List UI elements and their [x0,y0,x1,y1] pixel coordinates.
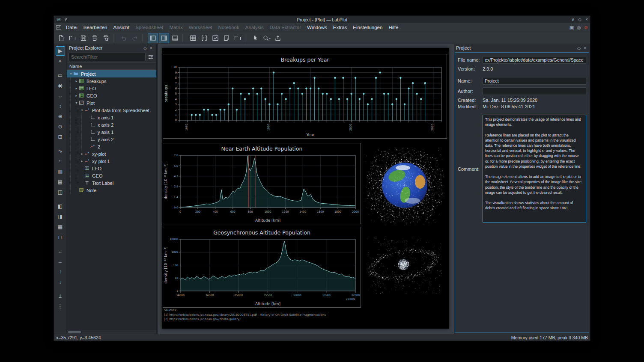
near-earth-plot[interactable]: 02004006008001000120014001600180020000.0… [163,143,361,224]
shift-down-tool[interactable]: ↓ [56,277,65,287]
geosynchronous-plot[interactable]: 3400034500350003550036000365003700011010… [163,227,361,308]
author-input[interactable] [483,87,586,95]
earth-debris-image[interactable] [366,148,444,225]
zoom-y-tool[interactable]: ↕ [56,101,65,111]
float-dock-icon[interactable]: ◇ [142,46,148,50]
tree-item-project[interactable]: ▾Project [67,70,156,77]
expander-icon[interactable]: ▸ [80,152,84,156]
zoom-x-tool[interactable]: ↔ [56,91,65,101]
tree-item-x-axis-2[interactable]: x axis 2 [67,121,156,128]
crosshair-tool[interactable]: ⌖ [56,56,65,66]
menu-ansicht[interactable]: Ansicht [110,24,132,31]
print-preview-button[interactable] [101,33,111,43]
name-input[interactable] [483,77,586,85]
expander-icon[interactable]: ▸ [74,86,79,90]
select-pointer-button[interactable] [250,33,261,43]
tree-item-text-label[interactable]: Text Label [67,179,156,187]
add-boxplot-tool[interactable]: ◫ [56,187,65,197]
float-dock-icon[interactable]: ◇ [576,46,582,50]
menu-windows[interactable]: Windows [304,24,330,31]
new-spreadsheet-button[interactable] [188,33,198,43]
new-worksheet-button[interactable] [210,33,221,43]
zoom-select-tool[interactable]: ◉ [56,81,65,90]
toggle-project-explorer-button[interactable] [148,33,158,43]
expander-icon[interactable]: ▾ [80,108,84,112]
menu-bearbeiten[interactable]: Bearbeiten [80,24,110,31]
shift-left-tool[interactable]: ← [56,246,65,256]
tree-item-geo[interactable]: GEO [67,172,156,179]
geo-debris-image[interactable] [367,237,441,294]
menubar-close-icon[interactable]: ⊗ [584,25,588,30]
close-dock-icon[interactable]: × [148,46,154,50]
vertical-layout-tool[interactable]: ◧ [56,202,65,211]
breakups-plot[interactable]: 0123456789101960198020002020Yearbreakups… [163,54,447,139]
tree-item-xy-plot[interactable]: ▸xy-plot [67,150,156,157]
shift-right-tool[interactable]: → [56,257,65,266]
tree-item-y-axis-1[interactable]: y axis 1 [67,128,156,136]
toggle-properties-dock-button[interactable] [159,33,169,43]
add-curve-tool[interactable]: ∿ [56,146,65,156]
menu-hilfe[interactable]: Hilfe [385,24,401,31]
zoom-mode-button[interactable]: ⌄ [262,33,272,43]
zoom-out-tool[interactable]: ⊖ [56,122,65,131]
select-region-tool[interactable]: ▭ [56,71,65,80]
expander-icon[interactable]: ▸ [80,159,84,163]
tree-item-geo[interactable]: ▸GEO [67,92,156,99]
break-layout-tool[interactable]: ◻ [56,232,65,242]
expander-icon[interactable]: ▸ [74,79,79,83]
auto-scale-tool[interactable]: ± [56,291,65,301]
add-equation-curve-tool[interactable]: ≈ [56,157,65,166]
export-button[interactable] [273,33,283,43]
menubar-record-icon[interactable]: ◎ [577,25,581,30]
print-button[interactable] [89,33,100,43]
toggle-bottom-dock-button[interactable] [170,33,180,43]
close-button[interactable]: × [585,18,588,22]
tree-item-plot[interactable]: ▾Plot [67,99,156,107]
properties-header[interactable]: Project ◇ × [454,44,590,52]
new-note-button[interactable] [221,33,232,43]
shade-button[interactable]: ∨ [571,18,574,22]
expander-icon[interactable]: ▾ [74,101,79,105]
search-input[interactable] [69,53,146,61]
tree-item-y-axis-2[interactable]: y axis 2 [67,136,156,143]
tree-item-leo[interactable]: LEO [67,165,156,172]
menu-extras[interactable]: Extras [330,24,350,31]
new-folder-button[interactable] [233,33,243,43]
expander-icon[interactable]: ▸ [74,94,79,98]
tree-column-header[interactable]: Name [67,62,156,70]
redo-button[interactable] [130,33,140,43]
menu-datei[interactable]: Datei [63,24,80,31]
zoom-fit-tool[interactable]: ⊡ [56,132,65,142]
close-dock-icon[interactable]: × [582,46,588,50]
select-tool[interactable]: ▶ [56,46,65,56]
explorer-horizontal-scrollbar[interactable] [67,329,156,334]
tree-item-leo[interactable]: ▸LEO [67,85,156,92]
maximize-button[interactable]: ◇ [578,18,581,22]
expander-icon[interactable]: ▾ [69,72,73,76]
menu-einstellungen[interactable]: Einstellungen [350,24,385,31]
filter-options-button[interactable] [147,53,155,61]
menubar-select-icon[interactable]: ▣ [569,25,574,30]
shift-up-tool[interactable]: ↑ [56,267,65,276]
undo-button[interactable] [119,33,129,43]
scrollbar-thumb[interactable] [68,331,81,333]
grid-layout-tool[interactable]: ▦ [56,222,65,231]
new-project-button[interactable] [56,33,66,43]
save-project-button[interactable] [78,33,89,43]
project-explorer-header[interactable]: Project Explorer ◇ × [67,44,156,52]
tree-item-x-axis-1[interactable]: x axis 1 [67,114,156,121]
zoom-in-tool[interactable]: ⊕ [56,112,65,121]
tree-item-note[interactable]: Note [67,187,156,194]
tree-item-xy-plot-1[interactable]: ▸xy-plot 1 [67,157,156,165]
tree-item-plot-data-from-spreadsheet[interactable]: ▾Plot data from Spreadsheet [67,107,156,114]
worksheet-page[interactable]: 0123456789101960198020002020Yearbreakups… [162,48,449,329]
add-bar-chart-tool[interactable]: ▤ [56,177,65,187]
tree-item-breakups[interactable]: ▸Breakups [67,77,156,85]
horizontal-layout-tool[interactable]: ◨ [56,212,65,221]
titlebar[interactable]: Project - [Plot] — LabPlot ∨ ◇ × [54,16,590,23]
more-tools[interactable]: ⋮ [56,302,65,311]
tree-item-2[interactable]: 2 [67,143,156,150]
comment-textarea[interactable]: This project demonstrates the usage of r… [483,115,586,223]
open-project-button[interactable] [67,33,78,43]
add-histogram-tool[interactable]: ▥ [56,167,65,176]
